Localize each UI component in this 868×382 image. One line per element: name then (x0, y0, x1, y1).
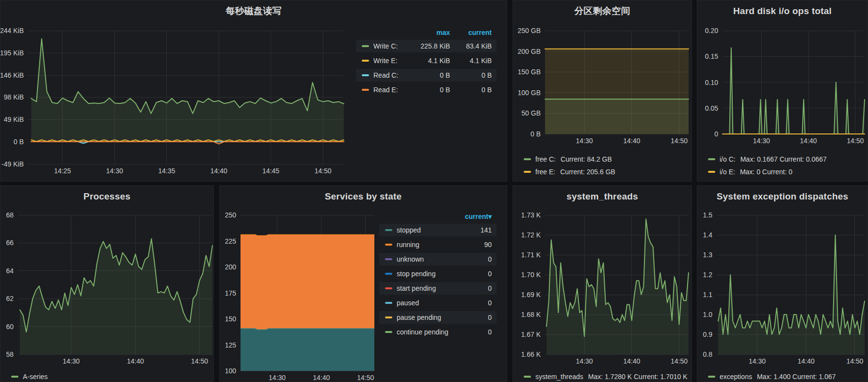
series-color-swatch (524, 158, 531, 160)
svg-text:1.68 K: 1.68 K (521, 311, 541, 318)
legend-row-read-e: Read E:0 B0 B (356, 83, 497, 96)
svg-text:1.73 K: 1.73 K (521, 211, 541, 219)
svg-text:0.05: 0.05 (705, 104, 718, 112)
series-label[interactable]: i/o C: (720, 155, 736, 163)
svg-text:49 KiB: 49 KiB (4, 116, 24, 123)
series-label[interactable]: Write C: (373, 42, 408, 50)
svg-text:250: 250 (225, 211, 237, 219)
legend-row-start-pending: start pending0 (379, 282, 497, 295)
series-label[interactable]: running (397, 241, 419, 249)
svg-text:14:30: 14:30 (63, 357, 80, 365)
series-label[interactable]: A-series (23, 373, 48, 381)
panel-title-threads[interactable]: system_threads (513, 186, 691, 207)
series-label[interactable]: free C: (535, 155, 556, 163)
legend-sort-current[interactable]: current▾ (465, 213, 492, 220)
series-label[interactable]: pause pending (397, 314, 441, 321)
chart-io-ops[interactable]: 0.200.150.100.05014:3014:4014:50 (697, 22, 868, 153)
panel-io-ops: Hard disk i/o ops total 0.200.150.100.05… (697, 0, 868, 182)
legend-row-i-o-e: i/o E:Max: 0 Current: 0 (708, 166, 868, 178)
chart-free-space[interactable]: 250 GB200 GB150 GB100 GB50 GB0 B14:3014:… (513, 22, 692, 153)
series-current-value: 0 (488, 255, 492, 263)
series-label[interactable]: Write E: (373, 57, 408, 65)
series-label[interactable]: system_threads (535, 373, 583, 381)
svg-text:0: 0 (714, 130, 718, 138)
panel-title-io-ops[interactable]: Hard disk i/o ops total (697, 0, 868, 22)
panel-title-disk-rw[interactable]: 每秒磁盘读写 (0, 0, 507, 22)
sort-caret-icon: ▾ (488, 213, 492, 220)
series-label[interactable]: Read C: (373, 71, 408, 79)
svg-text:58: 58 (6, 350, 14, 358)
panel-title-processes[interactable]: Processes (0, 186, 213, 207)
series-label[interactable]: stop pending (397, 270, 435, 278)
chart-threads[interactable]: 1.73 K1.72 K1.71 K1.70 K1.69 K1.68 K1.67… (513, 207, 692, 367)
panel-threads: system_threads 1.73 K1.72 K1.71 K1.70 K1… (513, 185, 692, 382)
svg-text:1.67 K: 1.67 K (521, 331, 541, 338)
legend-row-write-c: Write C:225.8 KiB83.4 KiB (356, 40, 497, 52)
svg-text:14:40: 14:40 (210, 167, 227, 175)
svg-text:200: 200 (225, 263, 237, 271)
svg-text:62: 62 (6, 295, 14, 302)
series-color-swatch (524, 376, 531, 378)
series-label[interactable]: stopped (397, 226, 421, 234)
series-label[interactable]: free E: (535, 168, 555, 176)
series-max-value: 4.1 KiB (408, 57, 450, 65)
panel-title-services[interactable]: Services by state (220, 186, 507, 207)
svg-text:14:30: 14:30 (106, 167, 123, 175)
svg-text:150 GB: 150 GB (518, 68, 541, 76)
chart-disk-rw[interactable]: 244 KiB195 KiB146 KiB98 KiB49 KiB0 B-49 … (0, 22, 348, 182)
series-color-swatch (385, 244, 392, 246)
svg-text:14:45: 14:45 (262, 167, 279, 175)
series-label[interactable]: paused (397, 299, 419, 307)
svg-text:14:25: 14:25 (54, 167, 71, 175)
series-current-value: 0 B (450, 71, 492, 79)
svg-text:14:50: 14:50 (671, 357, 688, 365)
legend-sort-max[interactable]: max (408, 29, 450, 36)
svg-text:98 KiB: 98 KiB (4, 93, 24, 101)
series-stats: Current: 84.2 GB (561, 155, 612, 163)
legend-io-ops: i/o C:Max: 0.1667 Current: 0.0667i/o E:M… (697, 153, 868, 178)
series-stats: Max: 1.7280 K Current: 1.7010 K (588, 373, 688, 381)
svg-text:14:35: 14:35 (158, 167, 175, 175)
svg-text:1.3: 1.3 (703, 251, 713, 259)
svg-text:0.9: 0.9 (703, 331, 713, 338)
series-label[interactable]: unknown (397, 255, 424, 263)
series-color-swatch (385, 331, 392, 333)
series-current-value: 0 B (450, 86, 492, 94)
chart-processes[interactable]: 68666462605814:3014:4014:50 (0, 207, 214, 367)
series-max-value: 0 B (408, 86, 450, 94)
series-label[interactable]: i/o E: (720, 168, 735, 176)
svg-text:175: 175 (225, 289, 237, 297)
svg-text:1.66 K: 1.66 K (521, 350, 541, 358)
series-label[interactable]: exceptions (720, 373, 752, 381)
panel-free-space: 分区剩余空间 250 GB200 GB150 GB100 GB50 GB0 B1… (513, 0, 692, 182)
svg-text:0.20: 0.20 (705, 27, 718, 34)
chart-services[interactable]: 25022520017515012510014:3014:4014:50 (220, 207, 379, 382)
series-current-value: 0 (488, 314, 492, 321)
svg-text:14:40: 14:40 (798, 357, 815, 365)
series-label[interactable]: Read E: (373, 86, 408, 94)
series-label[interactable]: continue pending (397, 328, 449, 336)
series-color-swatch (524, 171, 531, 173)
svg-text:1.69 K: 1.69 K (521, 291, 541, 299)
svg-text:250 GB: 250 GB (518, 27, 541, 34)
svg-text:14:30: 14:30 (753, 137, 770, 145)
legend-row-pause-pending: pause pending0 (379, 311, 497, 324)
panel-title-free-space[interactable]: 分区剩余空间 (513, 0, 691, 22)
series-label[interactable]: start pending (397, 284, 436, 292)
legend-processes: A-series (0, 370, 213, 382)
svg-text:60: 60 (6, 323, 14, 331)
series-current-value: 0 (488, 284, 492, 292)
series-stats: Max: 0 Current: 0 (740, 168, 792, 176)
svg-text:68: 68 (6, 211, 14, 219)
svg-text:14:50: 14:50 (671, 137, 688, 145)
svg-text:14:40: 14:40 (623, 357, 640, 365)
svg-text:-49 KiB: -49 KiB (1, 160, 24, 168)
panel-title-exceptions[interactable]: System exception dispatches (697, 186, 868, 207)
legend-sort-current[interactable]: current (450, 29, 492, 36)
chart-exceptions[interactable]: 1.51.41.31.21.11.00.90.814:3014:4014:50 (697, 207, 868, 367)
series-current-value: 83.4 KiB (450, 42, 492, 50)
series-color-swatch (362, 89, 369, 91)
panel-disk-rw: 每秒磁盘读写 244 KiB195 KiB146 KiB98 KiB49 KiB… (0, 0, 507, 182)
series-color-swatch (362, 45, 369, 47)
svg-text:14:40: 14:40 (800, 137, 817, 145)
